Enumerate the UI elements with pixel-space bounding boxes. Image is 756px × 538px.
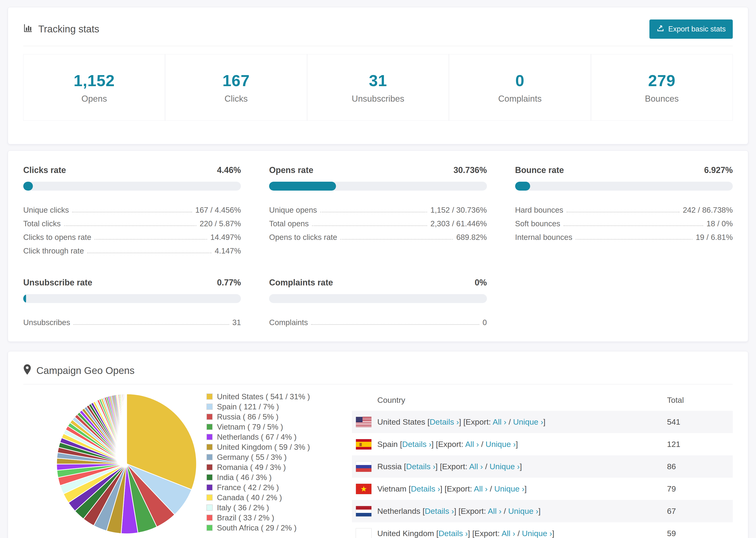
details-link[interactable]: Details ›	[425, 507, 454, 515]
legend-swatch	[206, 434, 213, 440]
legend-item: Italy ( 36 / 2% )	[206, 503, 352, 512]
export-unique-link[interactable]: Unique ›	[490, 462, 520, 471]
details-link[interactable]: Details ›	[430, 417, 459, 426]
legend-label: Italy ( 36 / 2% )	[217, 503, 269, 512]
summary-stat-label: Complaints	[498, 94, 542, 104]
export-basic-stats-button[interactable]: Export basic stats	[649, 20, 733, 39]
rate-detail-rows: Complaints0	[269, 313, 487, 327]
rate-panel: Clicks rate4.46%Unique clicks167 / 4.456…	[23, 165, 241, 255]
legend-label: Brazil ( 33 / 2% )	[217, 513, 274, 522]
legend-item: Russia ( 86 / 5% )	[206, 412, 352, 422]
progress-bar-fill	[23, 294, 26, 303]
rate-detail-label: Complaints	[269, 318, 308, 327]
export-unique-link[interactable]: Unique ›	[494, 484, 524, 493]
country-text: ]	[538, 507, 540, 515]
total-cell: 541	[667, 411, 733, 433]
summary-stat-value: 167	[222, 71, 249, 90]
rate-detail-row: Unsubscribes31	[23, 313, 241, 327]
table-row: United States [Details ›] [Export: All ›…	[352, 411, 733, 433]
export-unique-link[interactable]: Unique ›	[508, 507, 538, 515]
export-unique-link[interactable]: Unique ›	[513, 417, 543, 426]
summary-stat-value: 0	[515, 71, 524, 90]
export-all-link[interactable]: All ›	[488, 507, 502, 515]
vn-flag-icon: ★	[356, 484, 372, 494]
es-flag-icon	[356, 439, 372, 450]
geo-table: Country Total United States [Details ›] …	[352, 389, 733, 538]
legend-item: Germany ( 55 / 3% )	[206, 452, 352, 462]
country-text: ]	[520, 462, 522, 471]
summary-stat-label: Bounces	[645, 94, 679, 104]
dotted-leader	[311, 324, 479, 325]
progress-bar-fill	[515, 182, 530, 190]
rate-value: 0.77%	[217, 278, 241, 288]
progress-bar-track	[23, 182, 241, 190]
export-all-link[interactable]: All ›	[493, 417, 507, 426]
legend-swatch	[206, 413, 213, 420]
dotted-leader	[74, 324, 229, 325]
rate-detail-value: 220 / 5.87%	[199, 219, 241, 228]
nl-flag-icon	[356, 506, 372, 517]
rate-panel: Opens rate30.736%Unique opens1,152 / 30.…	[269, 165, 487, 255]
rate-detail-label: Total opens	[269, 219, 309, 228]
export-unique-link[interactable]: Unique ›	[522, 529, 552, 538]
dotted-leader	[564, 225, 703, 226]
country-text: ]	[516, 440, 518, 449]
country-text: ]	[524, 484, 527, 493]
rate-value: 0%	[475, 278, 487, 288]
country-text: ] [Export:	[432, 440, 465, 449]
legend-item: Canada ( 40 / 2% )	[206, 493, 352, 503]
rate-detail-rows: Unique opens1,152 / 30.736%Total opens2,…	[269, 201, 487, 242]
table-row: Netherlands [Details ›] [Export: All › /…	[352, 500, 733, 522]
campaign-geo-opens-title-text: Campaign Geo Opens	[36, 365, 135, 376]
legend-item: Romania ( 49 / 3% )	[206, 462, 352, 472]
rate-detail-row: Total opens2,303 / 61.446%	[269, 215, 487, 228]
country-cell-td: United States [Details ›] [Export: All ›…	[352, 411, 667, 433]
country-text: ] [Export:	[468, 529, 502, 538]
legend-swatch	[206, 505, 213, 511]
rate-detail-value: 2,303 / 61.446%	[430, 219, 487, 228]
country-cell-td: Russia [Details ›] [Export: All › / Uniq…	[352, 456, 667, 478]
rate-detail-rows: Unsubscribes31	[23, 313, 241, 327]
export-unique-link[interactable]: Unique ›	[486, 440, 516, 449]
country-cell-td: Spain [Details ›] [Export: All › / Uniqu…	[352, 433, 667, 456]
country-links: United States [Details ›] [Export: All ›…	[377, 417, 545, 426]
details-link[interactable]: Details ›	[439, 529, 468, 538]
details-link[interactable]: Details ›	[402, 440, 432, 449]
rate-title: Opens rate	[269, 165, 313, 175]
total-cell: 79	[667, 478, 733, 500]
rate-panel-header: Complaints rate0%	[269, 278, 487, 288]
legend-swatch	[206, 494, 213, 501]
rate-panel-header: Unsubscribe rate0.77%	[23, 278, 241, 288]
country-text: Vietnam [	[377, 484, 411, 493]
rate-title: Complaints rate	[269, 278, 333, 288]
total-cell: 121	[667, 433, 733, 456]
legend-label: France ( 42 / 2% )	[217, 483, 279, 492]
rate-detail-row: Total clicks220 / 5.87%	[23, 215, 241, 228]
export-all-link[interactable]: All ›	[465, 440, 479, 449]
tracking-stats-title: Tracking stats	[23, 23, 99, 35]
export-all-link[interactable]: All ›	[469, 462, 483, 471]
pie-legend: United States ( 541 / 31% )Spain ( 121 /…	[206, 388, 352, 538]
summary-stat-box: 0Complaints	[449, 54, 591, 121]
details-link[interactable]: Details ›	[411, 484, 440, 493]
rate-detail-label: Total clicks	[23, 219, 61, 228]
rate-detail-label: Unsubscribes	[23, 318, 70, 327]
rate-detail-label: Clicks to opens rate	[23, 233, 91, 242]
rate-detail-value: 167 / 4.456%	[195, 206, 241, 215]
bar-chart-icon	[23, 23, 33, 35]
geo-content: United States ( 541 / 31% )Spain ( 121 /…	[23, 385, 733, 538]
legend-label: United States ( 541 / 31% )	[217, 392, 310, 401]
geo-table-header-row: Country Total	[352, 389, 733, 411]
rate-detail-row: Complaints0	[269, 313, 487, 327]
rate-detail-value: 31	[233, 318, 241, 327]
export-all-link[interactable]: All ›	[474, 484, 488, 493]
dotted-leader	[64, 225, 196, 226]
legend-item: Vietnam ( 79 / 5% )	[206, 422, 352, 432]
legend-swatch	[206, 484, 213, 491]
rate-detail-row: Soft bounces18 / 0%	[515, 215, 733, 228]
rate-detail-value: 242 / 86.738%	[683, 206, 733, 215]
export-all-link[interactable]: All ›	[502, 529, 515, 538]
page: Tracking stats Export basic stats 1,152O…	[0, 7, 756, 538]
rate-detail-row: Click through rate4.147%	[23, 242, 241, 255]
details-link[interactable]: Details ›	[406, 462, 436, 471]
